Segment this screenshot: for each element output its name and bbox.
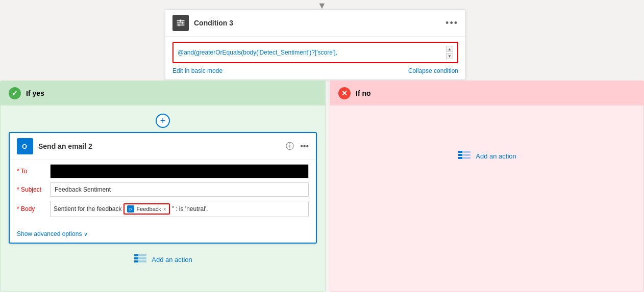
if-yes-add-action-button[interactable]: Add an action [1,248,325,271]
body-label: Body [17,205,50,213]
to-input[interactable] [50,164,309,178]
subject-input[interactable] [50,182,309,197]
plus-btn-row: + [1,105,325,132]
email-card-header: O Send an email 2 ⓘ ••• [10,133,316,160]
if-no-label: If no [356,89,371,97]
yes-checkmark-icon: ✓ [9,87,21,99]
if-yes-header: ✓ If yes [1,81,325,105]
send-email-card: O Send an email 2 ⓘ ••• To [9,132,317,244]
svg-rect-4 [182,22,183,24]
condition-formula-box: @and(greaterOrEquals(body('Detect_Sentim… [172,42,458,63]
tag-connector-icon: O [127,205,134,213]
svg-rect-20 [458,154,462,156]
svg-rect-14 [134,257,138,259]
svg-text:O: O [129,207,132,211]
svg-rect-19 [458,151,462,153]
condition-icon [172,15,189,31]
condition-links: Edit in basic mode Collapse condition [172,67,458,74]
body-field-row: Body Sentient for the feedback O Feedbac… [17,201,309,217]
to-field-row: To [17,164,309,178]
if-yes-add-action-label: Add an action [152,256,192,263]
body-input[interactable]: Sentient for the feedback O Feedback × "… [50,201,309,217]
email-header-icons: ⓘ ••• [286,141,309,152]
tag-close-button[interactable]: × [163,206,166,212]
to-label: To [17,168,50,175]
collapse-condition-link[interactable]: Collapse condition [408,67,458,74]
show-advanced-options-link[interactable]: Show advanced options [17,230,82,237]
formula-scrollbar[interactable]: ▲ ▼ [446,46,453,59]
if-no-add-action-icon [457,150,472,162]
if-no-header: ✕ If no [330,81,643,105]
condition-more-button[interactable]: ••• [445,18,458,29]
subject-field-row: Subject [17,182,309,197]
if-yes-label: If yes [26,89,44,97]
svg-rect-5 [179,24,180,26]
no-x-icon: ✕ [338,87,351,99]
svg-rect-21 [458,157,462,159]
svg-rect-2 [177,24,185,25]
condition-header: Condition 3 ••• [165,10,465,37]
add-action-table-icon [133,254,147,265]
email-card-title: Send an email 2 [38,142,286,150]
condition-formula-text: @and(greaterOrEquals(body('Detect_Sentim… [178,49,442,56]
subject-label: Subject [17,186,50,193]
feedback-tag: O Feedback × [123,203,169,215]
if-no-add-action-button[interactable]: Add an action [449,146,525,166]
edit-basic-mode-link[interactable]: Edit in basic mode [172,67,222,74]
body-prefix-text: Sentient for the feedback [54,205,121,213]
svg-rect-1 [177,22,185,23]
advanced-options-row: Show advanced options ∨ [10,227,316,243]
tag-label-text: Feedback [136,206,161,212]
add-step-button[interactable]: + [156,114,170,128]
svg-rect-15 [134,260,138,262]
svg-text:O: O [22,143,27,150]
svg-rect-3 [180,19,181,22]
svg-rect-13 [134,254,138,256]
email-form: To Subject Body Sentient for the feedbac… [10,160,316,227]
email-more-button[interactable]: ••• [300,142,309,151]
if-yes-panel: ✓ If yes + O Send an email 2 [0,81,326,292]
if-no-panel: ✕ If no Add an action [330,81,644,292]
body-suffix-text: " : is 'neutral'. [172,205,208,213]
scroll-up[interactable]: ▲ [446,46,453,52]
info-icon[interactable]: ⓘ [286,141,294,152]
outlook-icon: O [17,138,33,154]
if-no-add-action-label: Add an action [476,152,516,160]
condition-3-box: Condition 3 ••• @and(greaterOrEquals(bod… [165,9,466,80]
chevron-down-icon: ∨ [84,231,88,237]
condition-body: @and(greaterOrEquals(body('Detect_Sentim… [165,37,465,79]
scroll-down[interactable]: ▼ [446,53,453,59]
condition-title: Condition 3 [194,19,445,27]
panels-row: ✓ If yes + O Send an email 2 [0,81,644,292]
